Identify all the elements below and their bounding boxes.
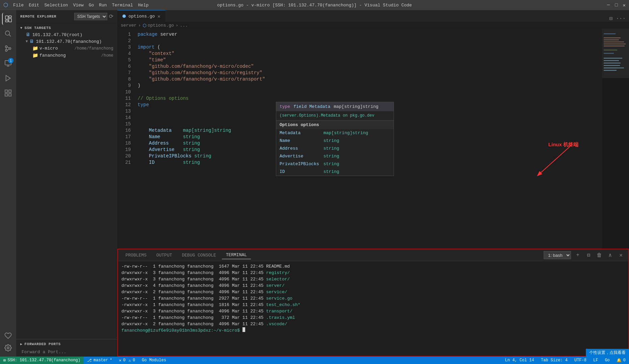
remote-icon-status: ⊞ [3, 358, 6, 363]
status-language[interactable]: Go [601, 357, 613, 364]
sidebar-item-fananchong-home[interactable]: 📁 fananchong /home [16, 52, 117, 59]
ac-row-address[interactable]: Address string [276, 145, 394, 152]
svg-point-4 [5, 31, 10, 35]
kill-terminal-icon[interactable]: 🗑 [595, 252, 603, 259]
code-content[interactable]: 12345 678910 1112131415 1617181920 21 pa… [117, 29, 602, 249]
status-errors[interactable]: ✕ 0 ⚠ 0 [116, 357, 139, 364]
ac-row-metadata[interactable]: Metadata map[string]string [276, 129, 394, 137]
svg-rect-2 [9, 19, 11, 22]
status-cursor[interactable]: Ln 4, Col 14 [502, 357, 537, 364]
sidebar-title: REMOTE EXPLORER [20, 14, 56, 19]
activity-bar: 1 [0, 10, 16, 357]
terminal-content[interactable]: -rw-rw-r-- 1 fananchong fananchong 1647 … [118, 261, 628, 356]
settings-icon[interactable] [2, 342, 14, 354]
tab-debug-console[interactable]: DEBUG CONSOLE [178, 251, 220, 259]
sidebar-item-vmicro[interactable]: 📁 v-micro /home/fananchong [16, 45, 117, 52]
code-line-8: "github.com/fananchong/v-micro/transport… [138, 76, 602, 83]
status-remote[interactable]: ⊞ SSH: 101.132.47.70(fananchong) [0, 357, 84, 364]
search-icon[interactable] [2, 28, 14, 40]
ac-doc[interactable]: (server.Options).Metadata on pkg.go.dev [276, 111, 394, 121]
main-container: 1 REMOTE EXPLORER SSH Targets ⟳ [0, 10, 629, 357]
code-line-3: import ( [138, 44, 602, 51]
tab-terminal[interactable]: TERMINAL [222, 251, 251, 259]
ac-row-id[interactable]: ID string [276, 168, 394, 176]
branch-name: master [93, 358, 108, 363]
scm-icon[interactable] [2, 42, 14, 55]
menu-help[interactable]: Help [138, 3, 148, 8]
sidebar-item-root[interactable]: 🖥 101.132.47.70(root) [16, 31, 117, 38]
sidebar-item-fananchong[interactable]: ▼ 🖥 101.132.47.70(fananchong) [16, 38, 117, 45]
terminal-shell-select[interactable]: 1: bash [544, 251, 571, 259]
terminal-line-1: -rw-rw-r-- 1 fananchong fananchong 1647 … [121, 263, 625, 270]
status-go-modules[interactable]: Go Modules [139, 357, 170, 364]
extensions-icon[interactable] [2, 87, 14, 99]
activity-bar-bottom [2, 330, 14, 354]
close-button[interactable]: ✕ [623, 2, 626, 8]
ac-row-name[interactable]: Name string [276, 137, 394, 145]
menu-view[interactable]: View [73, 3, 84, 8]
status-branch[interactable]: ⎇ master * [84, 357, 115, 364]
breadcrumb-more[interactable]: ... [180, 23, 188, 28]
editor-row: 12345 678910 1112131415 1617181920 21 pa… [117, 29, 629, 249]
tab-options-go[interactable]: options.go ✕ [117, 10, 166, 22]
code-line-9: ) [138, 83, 602, 89]
tab-close-icon[interactable]: ✕ [158, 13, 160, 19]
forwarded-ports-header[interactable]: ▶ FORWARDED PORTS [16, 339, 117, 347]
status-encoding[interactable]: UTF-8 [571, 357, 590, 364]
split-terminal-icon[interactable]: ⊟ [584, 252, 593, 259]
remote-explorer-icon[interactable]: 1 [2, 57, 14, 69]
maximize-panel-icon[interactable]: ∧ [606, 252, 614, 259]
status-tab-size[interactable]: Tab Size: 4 [538, 357, 571, 364]
forward-port-button[interactable]: Forward a Port... [16, 347, 117, 357]
debug-icon[interactable] [2, 72, 14, 84]
tab-label: options.go [128, 14, 155, 19]
new-terminal-icon[interactable]: + [574, 252, 582, 258]
code-line-7: "github.com/fananchong/v-micro/registry" [138, 70, 602, 76]
autocomplete-popup[interactable]: type field Metadata map[string]string (s… [276, 102, 394, 176]
minimize-button[interactable]: ─ [607, 2, 610, 8]
error-count: 0 [123, 358, 125, 363]
code-line-2 [138, 38, 602, 44]
status-notifications[interactable]: 🔔 0 [613, 357, 629, 364]
split-editor-icon[interactable]: ⊟ [609, 15, 613, 22]
tab-problems[interactable]: PROBLEMS [121, 251, 150, 259]
terminal-prompt-line: fananchong@izuf6e9i0ay01bn3ms3pdxz:~/v-m… [121, 327, 625, 334]
menu-terminal[interactable]: Terminal [112, 3, 133, 8]
svg-point-6 [5, 46, 7, 48]
ac-row-privateipblocks[interactable]: PrivateIPBlocks string [276, 160, 394, 168]
root-server-label: 101.132.47.70(root) [32, 32, 113, 37]
menu-go[interactable]: Go [89, 3, 94, 8]
menu-edit[interactable]: Edit [29, 3, 39, 8]
ac-doc-link[interactable]: (server.Options).Metadata on pkg.go.dev [280, 113, 374, 118]
explorer-icon[interactable] [2, 13, 14, 25]
notification-bell-icon: 🔔 [617, 358, 622, 363]
ssh-targets-header[interactable]: ▼ SSH TARGETS [16, 23, 117, 31]
branch-modified-indicator: * [110, 358, 112, 363]
close-panel-icon[interactable]: ✕ [617, 252, 625, 259]
menu-run[interactable]: Run [99, 3, 107, 8]
svg-rect-1 [9, 16, 11, 18]
line-ending-label: LF [593, 358, 598, 363]
breadcrumb-file[interactable]: options.go [148, 23, 174, 28]
sidebar-refresh-icon[interactable]: ⟳ [109, 13, 113, 20]
code-line-11: // Options options [138, 95, 602, 102]
maximize-button[interactable]: □ [615, 2, 618, 8]
ac-field-label: field Metadata [293, 103, 330, 110]
forwarded-ports-arrow-icon: ▶ [20, 342, 23, 346]
menu-selection[interactable]: Selection [44, 3, 68, 8]
ac-type-address: string [323, 145, 339, 152]
breadcrumb-server[interactable]: server [121, 23, 137, 28]
forwarded-ports-section: ▶ FORWARDED PORTS Forward a Port... [16, 339, 117, 357]
ssh-targets-dropdown[interactable]: SSH Targets [74, 13, 107, 20]
window-controls[interactable]: ─ □ ✕ [607, 2, 626, 8]
tab-output[interactable]: OUTPUT [152, 251, 176, 259]
more-actions-icon[interactable]: ··· [616, 16, 626, 22]
menu-file[interactable]: File [13, 3, 24, 8]
tooltip-badge[interactable]: 个性设置，点我看看 [586, 349, 629, 357]
status-line-ending[interactable]: LF [590, 357, 601, 364]
terminal-line-7: -rwxrwxr-x 1 fananchong fananchong 1816 … [121, 302, 625, 308]
menu-bar[interactable]: File Edit Selection View Go Run Terminal… [13, 3, 149, 8]
ssh-targets-section: ▼ SSH TARGETS 🖥 101.132.47.70(root) ▼ 🖥 … [16, 23, 117, 59]
remote-status-icon[interactable] [2, 330, 14, 342]
ac-row-advertise[interactable]: Advertise string [276, 152, 394, 160]
